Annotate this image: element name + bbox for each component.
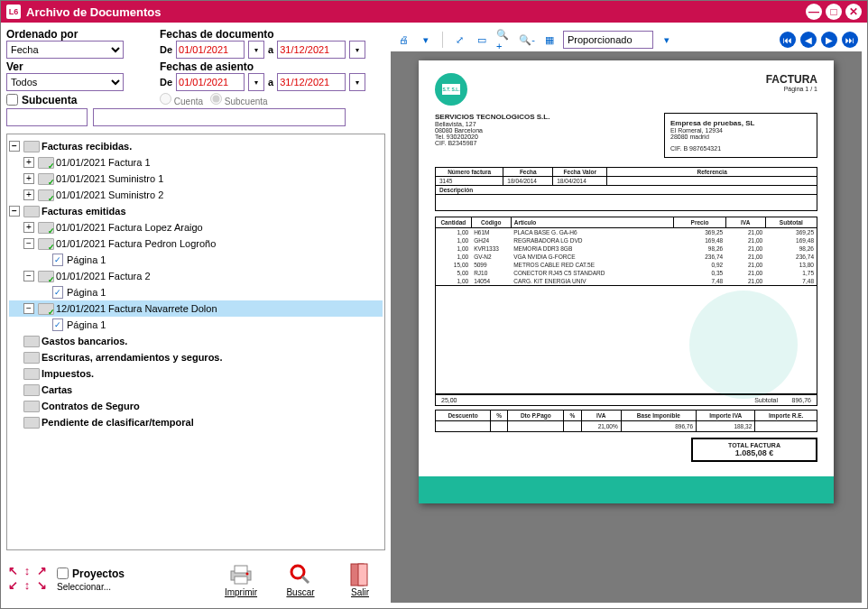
salir-button[interactable]: Salir (335, 562, 385, 597)
nav-last-icon[interactable]: ⏭ (842, 32, 858, 48)
svg-rect-7 (358, 564, 367, 586)
search-icon (286, 562, 315, 587)
svg-point-3 (246, 572, 249, 575)
page-footer-band (419, 476, 834, 503)
folder-icon (23, 206, 38, 217)
subcuenta-check[interactable] (6, 94, 18, 106)
invoice-line: 1,00GV-N2VGA NVIDIA G-FORCE236,7421,0023… (436, 253, 817, 261)
svg-line-5 (302, 577, 309, 583)
preview-area[interactable]: S.T. S.L. FACTURA Página 1 / 1 SERVICIOS… (391, 51, 862, 603)
folder-icon (23, 384, 38, 395)
folder-icon (38, 157, 52, 168)
folder-icon (38, 222, 52, 233)
asiento-date-from[interactable]: 01/01/2021 (176, 73, 245, 91)
invoice-line: 1,00KVR1333MEMORIA DDR3 8GB98,2621,0098,… (436, 245, 817, 253)
zoom-mode-select[interactable]: Proporcionado (563, 31, 653, 49)
de-label: De (160, 44, 172, 55)
grand-total: TOTAL FACTURA 1.085,08 € (691, 438, 817, 462)
watermark-icon (689, 291, 798, 399)
invoice-page-num: Página 1 / 1 (435, 86, 817, 92)
ordenado-select[interactable]: Fecha (6, 41, 124, 59)
invoice-line: 15,005099METROS CABLE RED CAT.5E0,9221,0… (436, 261, 817, 269)
invoice-line: 1,0014054CARG. KIT ENERGIA UNIV7,4821,00… (436, 277, 817, 286)
buscar-button[interactable]: Buscar (275, 562, 326, 597)
radio-cuenta[interactable]: Cuenta (160, 93, 203, 106)
svg-point-4 (291, 566, 304, 578)
doc-date-from-dd[interactable] (248, 41, 264, 59)
nav-next-icon[interactable]: ▶ (821, 32, 837, 48)
invoice-page: S.T. S.L. FACTURA Página 1 / 1 SERVICIOS… (419, 60, 834, 503)
totals-table: Descuento% Dto P.Pago% IVA Base Imponibl… (435, 410, 817, 432)
zoom-out-icon[interactable]: 🔍- (518, 31, 536, 49)
fit-icon[interactable]: ⤢ (450, 31, 468, 49)
fechas-doc-label: Fechas de documento (160, 28, 385, 41)
zoom-in-icon[interactable]: 🔍+ (495, 31, 513, 49)
document-tree[interactable]: −Facturas recibidas. +01/01/2021 Factura… (6, 134, 385, 550)
doc-date-to-dd[interactable] (349, 41, 365, 59)
maximize-button[interactable]: □ (826, 4, 842, 20)
printer-icon (226, 562, 255, 587)
page-icon: ✓ (52, 254, 63, 266)
folder-icon (23, 417, 38, 428)
folder-icon (38, 238, 52, 249)
zoom-dd-icon[interactable]: ▾ (658, 31, 676, 49)
folder-icon (23, 401, 38, 411)
folder-icon (23, 141, 38, 152)
nav-first-icon[interactable]: ⏮ (780, 32, 796, 48)
print-icon[interactable]: 🖨 (394, 31, 412, 49)
asiento-date-to-dd[interactable] (349, 73, 365, 91)
subcuenta-label: Subcuenta (22, 94, 77, 106)
exit-icon (346, 562, 374, 587)
titlebar: L6 Archivo de Documentos — □ ✕ (1, 1, 867, 23)
folder-icon (38, 173, 52, 184)
folder-icon (23, 336, 38, 346)
ver-label: Ver (6, 60, 151, 73)
folder-icon (23, 352, 38, 363)
page-icon: ✓ (52, 318, 63, 331)
expand-arrows[interactable]: ↖↕↗ ↙↕↘ (6, 566, 48, 593)
print-dd-icon[interactable]: ▾ (417, 31, 435, 49)
page-icon[interactable]: ▭ (473, 31, 491, 49)
proyectos-check[interactable] (57, 567, 69, 579)
page-icon: ✓ (52, 286, 63, 299)
invoice-line: 1,00H61MPLACA BASE G. GA-H6369,2521,0036… (436, 228, 817, 237)
folder-icon (38, 303, 52, 314)
a-label: a (268, 44, 273, 55)
svg-rect-1 (235, 566, 247, 573)
subcuenta-desc-input[interactable] (93, 108, 346, 126)
svg-rect-2 (235, 577, 247, 584)
imprimir-button[interactable]: Imprimir (216, 562, 266, 597)
asiento-date-to[interactable]: 31/12/2021 (277, 73, 346, 91)
window-title: Archivo de Documentos (26, 5, 802, 19)
folder-icon (38, 189, 52, 200)
invoice-line: 5,00RJ10CONECTOR RJ45 C5 STANDARD0,3521,… (436, 269, 817, 277)
invoice-line: 1,00GH24REGRABADORA LG DVD169,4821,00169… (436, 236, 817, 245)
ver-select[interactable]: Todos (6, 73, 124, 91)
nav-prev-icon[interactable]: ◀ (800, 32, 817, 48)
client-box: Empresa de pruebas, SL El Romeral, 12934… (664, 113, 817, 158)
app-logo: L6 (6, 5, 21, 19)
invoice-header-table: Número facturaFechaFecha ValorReferencia… (435, 167, 817, 211)
invoice-title: FACTURA (435, 73, 817, 86)
tree-item-selected: −12/01/2021 Factura Navarrete Dolon (9, 300, 383, 317)
close-button[interactable]: ✕ (845, 4, 862, 20)
preview-toolbar: 🖨 ▾ ⤢ ▭ 🔍+ 🔍- ▦ Proporcionado ▾ ⏮ ◀ ▶ ⏭ (391, 28, 862, 51)
folder-icon (23, 368, 38, 379)
doc-date-to[interactable]: 31/12/2021 (277, 41, 346, 59)
tree-toggle[interactable]: − (9, 141, 20, 152)
invoice-lines-table: Cantidad Código Artículo Precio IVA Subt… (435, 217, 817, 286)
radio-subcuenta[interactable]: Subcuenta (210, 93, 268, 106)
invoice-logo: S.T. S.L. (435, 73, 467, 106)
zoom-sel-icon[interactable]: ▦ (540, 31, 559, 49)
subcuenta-code-input[interactable] (6, 108, 88, 126)
asiento-date-from-dd[interactable] (248, 73, 264, 91)
folder-icon (38, 271, 52, 281)
minimize-button[interactable]: — (806, 4, 822, 20)
doc-date-from[interactable]: 01/01/2021 (176, 41, 245, 59)
seleccionar-link[interactable]: Seleccionar... (57, 582, 111, 592)
fechas-asiento-label: Fechas de asiento (160, 60, 385, 73)
ordenado-label: Ordenado por (6, 28, 151, 41)
